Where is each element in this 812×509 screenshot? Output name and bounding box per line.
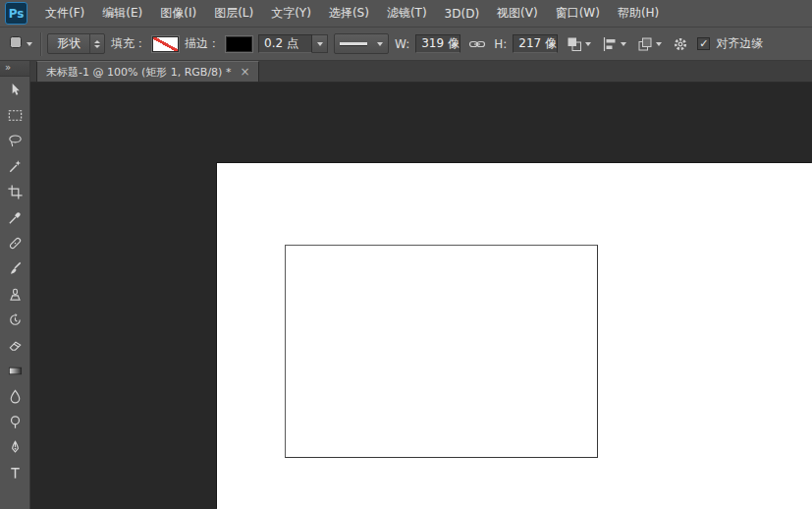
menu-item-image[interactable]: 图像(I) [151,0,205,27]
toolbar-collapse-button[interactable]: » [0,61,29,77]
tool-brush[interactable] [0,255,29,281]
menu-item-type[interactable]: 文字(Y) [262,0,320,27]
options-bar: 形状 填充： 描边： 0.2 点 W: 319 像 [0,28,812,61]
document-tab-title: 未标题-1 @ 100% (矩形 1, RGB/8) * [46,65,231,80]
move-tool-icon [7,82,24,98]
menu-item-3d[interactable]: 3D(D) [436,0,488,27]
clone-stamp-tool-icon [7,286,24,303]
menu-item-edit[interactable]: 编辑(E) [93,0,151,27]
dodge-tool-icon [7,414,24,430]
tool-lasso[interactable] [0,128,29,153]
chevron-down-icon [377,42,383,46]
tool-preset-picker[interactable] [5,32,34,56]
tool-crop[interactable] [0,179,29,204]
eyedropper-tool-icon [7,209,24,226]
fill-swatch[interactable] [152,36,179,52]
stroke-style-picker[interactable] [334,33,389,54]
menu-item-select[interactable]: 选择(S) [320,0,378,27]
document-column: 未标题-1 @ 100% (矩形 1, RGB/8) * × [30,61,812,509]
height-input[interactable]: 217 像 [513,34,558,53]
document-canvas[interactable] [217,163,812,509]
tool-gradient[interactable] [0,358,29,383]
path-alignment-button[interactable] [599,32,628,56]
history-brush-tool-icon [7,311,24,328]
path-alignment-icon [601,35,619,53]
align-edges-checkbox[interactable]: ✓ [697,37,710,50]
chevron-down-icon [656,42,662,46]
path-arrange-button[interactable] [634,32,664,56]
brush-tool-icon [7,260,24,277]
tool-type[interactable] [0,460,29,485]
menu-item-window[interactable]: 窗口(W) [547,0,609,27]
quick-selection-tool-icon [7,158,24,175]
lasso-tool-icon [7,133,24,149]
type-tool-icon [7,465,24,481]
shape-tool-preset-icon [7,33,25,54]
menu-bar: Ps 文件(F) 编辑(E) 图像(I) 图层(L) 文字(Y) 选择(S) 滤… [0,0,812,28]
tool-eraser[interactable] [0,332,29,358]
eraser-tool-icon [7,337,24,354]
chevron-down-icon [317,42,323,46]
menu-item-filter[interactable]: 滤镜(T) [378,0,436,27]
healing-brush-tool-icon [7,235,24,252]
chain-link-icon [468,35,486,53]
menu-item-layer[interactable]: 图层(L) [205,0,262,27]
chevron-down-icon [585,42,591,46]
stroke-width-dropdown[interactable] [312,34,328,53]
tool-eyedropper[interactable] [0,204,29,230]
tool-mode-select[interactable]: 形状 [47,33,105,54]
stroke-color-swatch[interactable] [226,36,252,52]
solid-line-icon [340,42,367,45]
path-operations-icon [566,35,583,53]
chevron-down-icon [621,42,626,46]
shape-rectangle[interactable] [285,245,598,458]
align-edges-label: 对齐边缘 [716,35,763,52]
tool-move[interactable] [0,77,29,102]
width-input[interactable]: 319 像 [415,34,460,53]
blur-tool-icon [7,388,24,405]
tool-dodge[interactable] [0,409,29,434]
menu-item-view[interactable]: 视图(V) [488,0,547,27]
document-tab-bar: 未标题-1 @ 100% (矩形 1, RGB/8) * × [30,61,812,83]
check-icon: ✓ [699,38,708,49]
crop-tool-icon [7,184,24,200]
close-icon[interactable]: × [240,66,249,78]
separator [40,32,41,56]
link-dimensions-button[interactable] [466,32,488,56]
gear-button[interactable] [670,32,691,56]
tool-pen[interactable] [0,434,29,460]
tool-mode-value: 形状 [48,35,89,52]
width-label: W: [395,37,409,51]
stroke-width-control: 0.2 点 [258,34,328,53]
tool-blur[interactable] [0,383,29,409]
tools-panel: » [0,61,30,509]
chevron-down-icon [27,42,32,46]
tool-rectangular-marquee[interactable] [0,102,29,128]
spinner-arrows-icon [89,34,104,53]
menu-item-file[interactable]: 文件(F) [36,0,93,27]
pasteboard [30,83,812,509]
pen-tool-icon [7,439,24,456]
path-operations-button[interactable] [564,32,593,56]
tool-clone-stamp[interactable] [0,281,29,307]
gear-icon [672,35,689,53]
stroke-width-input[interactable]: 0.2 点 [258,34,312,53]
photoshop-window: Ps 文件(F) 编辑(E) 图像(I) 图层(L) 文字(Y) 选择(S) 滤… [0,0,812,509]
document-tab[interactable]: 未标题-1 @ 100% (矩形 1, RGB/8) * × [36,61,259,82]
tool-quick-selection[interactable] [0,153,29,179]
tool-history-brush[interactable] [0,307,29,332]
tool-spot-healing-brush[interactable] [0,230,29,255]
menu-item-help[interactable]: 帮助(H) [609,0,668,27]
main-area: » [0,61,812,509]
marquee-tool-icon [7,107,24,124]
path-arrange-icon [636,35,654,53]
stroke-label: 描边： [185,35,220,52]
photoshop-logo: Ps [5,2,27,25]
height-label: H: [494,37,507,51]
fill-label: 填充： [111,35,146,52]
gradient-tool-icon [7,363,24,379]
